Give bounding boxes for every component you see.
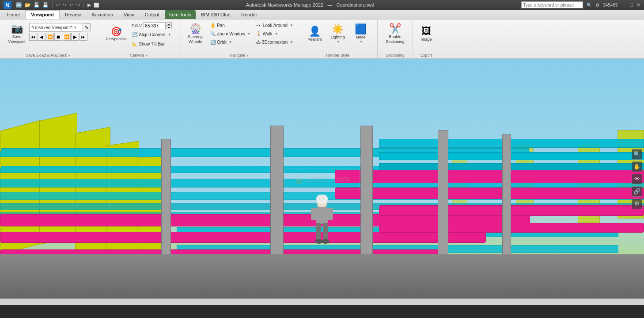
- lighting-label: Lighting: [331, 35, 345, 40]
- zoom-window-label: Zoom Window: [217, 31, 245, 36]
- tab-output[interactable]: Output: [140, 10, 165, 19]
- group-camera-expand[interactable]: ▼: [145, 54, 148, 57]
- pipe-pink-r3: [379, 205, 644, 216]
- group-save-load: 📷 Save Viewpoint *Unsaved Viewpoint* ▼ ✎…: [0, 19, 97, 58]
- mode-arrow: ▼: [360, 40, 363, 44]
- qat-undo2[interactable]: ↩: [69, 2, 73, 8]
- play-stop[interactable]: ⏹: [54, 33, 62, 41]
- title-bar-right: 🔍 ⚙ 345465 ─ □ ✕: [521, 1, 640, 8]
- qat-open[interactable]: 📂: [25, 2, 31, 8]
- close-btn[interactable]: ✕: [636, 2, 640, 8]
- rt-zoom-btn[interactable]: 🔍: [632, 149, 642, 160]
- save-viewpoint-btn[interactable]: 📷 Save Viewpoint: [6, 21, 27, 47]
- search-input[interactable]: [521, 1, 583, 8]
- group-sectioning: ✂️ Enable Sectioning Sectioning: [378, 19, 413, 58]
- viewpoint-value: *Unsaved Viewpoint*: [31, 25, 72, 30]
- group-export-label: Export: [413, 53, 439, 57]
- separator2: [83, 2, 84, 8]
- qat-new[interactable]: 🆕: [16, 2, 22, 8]
- fov-input[interactable]: [144, 22, 166, 29]
- orbit-btn[interactable]: 🔃 Orbit ▼: [208, 38, 253, 46]
- search-icon[interactable]: 🔍: [587, 3, 592, 8]
- maximize-btn[interactable]: □: [630, 2, 633, 8]
- align-camera-arrow: ▼: [168, 33, 171, 37]
- viewpoint-edit-btn[interactable]: ✎: [83, 23, 91, 31]
- qat-play[interactable]: ▶: [87, 2, 91, 8]
- zoom-window-btn[interactable]: 🔍 Zoom Window ▼: [208, 30, 253, 38]
- tab-home[interactable]: Home: [2, 10, 25, 19]
- svg-rect-5: [328, 208, 333, 220]
- tab-view[interactable]: View: [118, 10, 140, 19]
- show-tilt-bar-btn[interactable]: 📐 Show Tilt Bar: [130, 40, 173, 48]
- svg-point-2: [318, 195, 326, 202]
- fov-down[interactable]: ▼: [167, 26, 172, 29]
- viewpoint-dropdown-arrow: ▼: [73, 26, 77, 30]
- perspective-btn[interactable]: 🎯 Perspective: [105, 21, 128, 47]
- rt-look-btn[interactable]: 👁: [632, 174, 642, 184]
- look-around-label: Look Around: [263, 23, 288, 28]
- qat-save[interactable]: 💾: [34, 2, 40, 8]
- mode-label: Mode: [356, 35, 366, 40]
- svg-rect-7: [323, 223, 328, 241]
- lighting-btn[interactable]: ☀️ Lighting ▼: [327, 21, 349, 47]
- walk-label: Walk: [263, 31, 273, 36]
- image-btn[interactable]: 🖼 Image: [416, 21, 437, 47]
- look-around-btn[interactable]: 👀 Look Around ▼: [254, 21, 295, 29]
- align-camera-btn[interactable]: 🔄 Align Camera ▼: [130, 31, 173, 38]
- save-viewpoint-label: Save Viewpoint: [8, 34, 26, 44]
- group-sectioning-label: Sectioning: [378, 53, 413, 57]
- ribbon: 📷 Save Viewpoint *Unsaved Viewpoint* ▼ ✎…: [0, 19, 644, 59]
- group-navigate-expand[interactable]: ▼: [246, 54, 249, 57]
- walk-arrow: ▼: [275, 32, 278, 36]
- group-export: 🖼 Image Export: [413, 19, 439, 58]
- beam-cyan-r2: [379, 152, 644, 160]
- scene-container: 🔒 anxz.com: [0, 59, 644, 299]
- tab-viewpoint[interactable]: Viewpoint: [25, 10, 60, 19]
- connexion-3d-btn[interactable]: 🕹 3Dconnexion ▼: [254, 38, 295, 46]
- mode-btn[interactable]: 🟦 Mode ▼: [350, 21, 371, 47]
- qat-redo[interactable]: ↪: [63, 2, 67, 8]
- group-save-load-expand[interactable]: ▼: [68, 54, 71, 57]
- steering-wheels-btn[interactable]: 🎡 Steering Wheels: [184, 21, 207, 47]
- minimize-btn[interactable]: ─: [623, 2, 627, 8]
- qat-undo[interactable]: ↩: [56, 2, 60, 8]
- tab-item-tools[interactable]: Item Tools: [165, 10, 196, 19]
- pan-label: Pan: [217, 23, 225, 28]
- viewport[interactable]: 🔒 anxz.com 🔍 ✋ 👁 🔗 ⚙: [0, 59, 644, 299]
- rt-link-btn[interactable]: 🔗: [632, 186, 642, 197]
- enable-sectioning-btn[interactable]: ✂️ Enable Sectioning: [383, 21, 408, 47]
- play-fwd[interactable]: ⏩: [63, 33, 71, 41]
- title-bar-title: Autodesk Navisworks Manage 2022 — Coordi…: [99, 2, 521, 8]
- fov-up[interactable]: ▲: [167, 22, 172, 26]
- help-icon[interactable]: ⚙: [595, 3, 599, 8]
- walk-btn[interactable]: 🚶 Walk ▼: [254, 30, 295, 38]
- ground: [0, 254, 644, 299]
- steering-wheels-label: Steering Wheels: [185, 34, 205, 44]
- rt-pan-btn[interactable]: ✋: [632, 161, 642, 172]
- play-next[interactable]: ▶: [71, 33, 79, 41]
- rt-settings-btn[interactable]: ⚙: [632, 199, 642, 209]
- orbit-icon: 🔃: [210, 40, 216, 45]
- group-camera: 🎯 Perspective F.O.V. ▲ ▼ 🔄: [97, 19, 181, 58]
- tab-review[interactable]: Review: [60, 10, 86, 19]
- play-first[interactable]: ⏮: [29, 33, 37, 41]
- svg-point-9: [322, 239, 330, 244]
- realism-btn[interactable]: 👤 Realism: [304, 21, 326, 47]
- qat-redo2[interactable]: ↪: [76, 2, 80, 8]
- play-rev[interactable]: ⏪: [46, 33, 54, 41]
- human-figure: [307, 195, 337, 257]
- tab-animation[interactable]: Animation: [86, 10, 118, 19]
- play-prev[interactable]: ◀: [38, 33, 45, 41]
- viewpoint-dropdown[interactable]: *Unsaved Viewpoint* ▼: [29, 23, 82, 32]
- play-last[interactable]: ⏭: [80, 33, 87, 41]
- tab-bim360[interactable]: BIM 360 Glue: [196, 10, 236, 19]
- enable-sectioning-label: Enable Sectioning: [384, 34, 406, 44]
- qat-save2[interactable]: 💾: [42, 2, 49, 8]
- enable-sectioning-icon: ✂️: [389, 24, 401, 34]
- image-icon: 🖼: [421, 27, 431, 36]
- connexion-3d-arrow: ▼: [290, 40, 293, 44]
- fov-group: F.O.V. ▲ ▼: [131, 22, 172, 29]
- qat-misc[interactable]: ⬜: [94, 3, 99, 8]
- pan-btn[interactable]: ✋ Pan: [208, 21, 253, 29]
- tab-render[interactable]: Render: [236, 10, 262, 19]
